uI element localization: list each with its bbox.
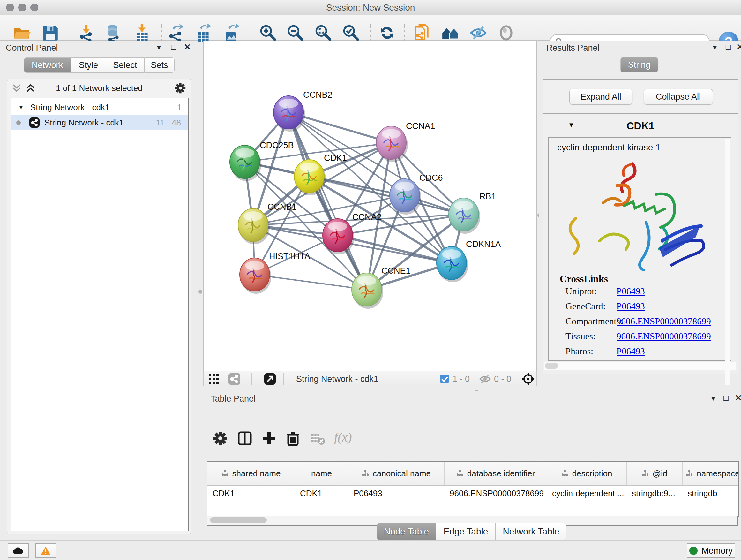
panel-close-icon[interactable]: ✕ bbox=[737, 41, 741, 53]
table-cell[interactable]: stringdb:9... bbox=[627, 486, 683, 502]
panel-float-icon[interactable]: □ bbox=[171, 41, 176, 53]
table-row[interactable]: CDK1CDK1P064939606.ENSP00000378699cyclin… bbox=[207, 486, 738, 502]
table-cell[interactable]: CDK1 bbox=[207, 486, 295, 502]
selected-checkbox-icon[interactable] bbox=[440, 374, 449, 384]
column-header-database-identifier[interactable]: database identifier bbox=[445, 462, 547, 485]
tab-edge-table[interactable]: Edge Table bbox=[436, 523, 495, 540]
import-database-icon[interactable] bbox=[104, 23, 122, 42]
panel-float-icon[interactable]: □ bbox=[726, 41, 731, 53]
add-column-icon[interactable] bbox=[262, 431, 276, 446]
edge-HIST1H1A-CCNE1[interactable] bbox=[255, 274, 367, 290]
network-selection-status: 1 of 1 Network selected bbox=[7, 83, 191, 93]
tab-network-table[interactable]: Network Table bbox=[495, 523, 566, 540]
node-HIST1H1A[interactable]: HIST1H1A bbox=[240, 252, 310, 294]
network-column-icon bbox=[642, 469, 649, 479]
crosslink-link[interactable]: 9606.ENSP00000378699 bbox=[616, 316, 711, 327]
protein-structure-image bbox=[553, 154, 728, 271]
crosslink-link[interactable]: P06493 bbox=[616, 286, 645, 297]
gene-header-row[interactable]: ▼ CDK1 bbox=[543, 114, 738, 137]
tree-expand-icon[interactable]: ▼ bbox=[18, 104, 24, 111]
scrollbar-thumb[interactable] bbox=[210, 517, 267, 523]
network-graph: CCNB2CCNA1CDC25BCDK1CDC6RB1CCNB1CCNA2CDK… bbox=[204, 41, 536, 371]
string-import-icon[interactable] bbox=[413, 23, 431, 42]
crosslink-link[interactable]: P06493 bbox=[616, 301, 645, 312]
table-cell[interactable]: CDK1 bbox=[295, 486, 348, 502]
column-header-name[interactable]: name bbox=[295, 462, 348, 485]
import-network-icon[interactable] bbox=[77, 23, 96, 42]
panel-collapse-icon[interactable]: ▼ bbox=[156, 41, 162, 54]
memory-button[interactable]: Memory bbox=[687, 543, 735, 558]
tab-sets[interactable]: Sets bbox=[144, 57, 175, 73]
collapse-all-button[interactable]: Collapse All bbox=[644, 89, 713, 105]
crosslink-label: Tissues: bbox=[565, 331, 596, 341]
hide-glass-icon[interactable] bbox=[469, 23, 488, 42]
zoom-in-icon[interactable] bbox=[259, 23, 277, 42]
crosslink-row: GeneCard:P06493 bbox=[565, 301, 725, 316]
node-CDKN1A[interactable]: CDKN1A bbox=[436, 240, 501, 282]
zoom-out-icon[interactable] bbox=[286, 23, 305, 42]
scrollbar-thumb[interactable] bbox=[545, 363, 558, 369]
column-header-namespace[interactable]: namespace bbox=[683, 462, 739, 485]
tab-string[interactable]: String bbox=[620, 57, 658, 72]
string-home-icon[interactable] bbox=[441, 23, 460, 42]
zoom-fit-icon[interactable] bbox=[314, 23, 333, 42]
panel-float-icon[interactable]: □ bbox=[724, 391, 729, 404]
crosshair-icon[interactable] bbox=[522, 372, 535, 386]
node-label-CDC6: CDC6 bbox=[419, 173, 443, 183]
zoom-selected-icon[interactable] bbox=[342, 23, 360, 42]
table-cell[interactable]: stringdb bbox=[683, 486, 739, 502]
string-view-icon[interactable] bbox=[228, 373, 241, 385]
table-cell[interactable]: 9606.ENSP00000378699 bbox=[445, 486, 547, 502]
node-CCNA1[interactable]: CCNA1 bbox=[376, 121, 435, 162]
panel-close-icon[interactable]: ✕ bbox=[184, 41, 191, 53]
tab-style[interactable]: Style bbox=[71, 57, 106, 73]
show-glass-icon[interactable] bbox=[497, 23, 515, 42]
crosslink-link[interactable]: P06493 bbox=[616, 346, 645, 357]
refresh-icon[interactable] bbox=[378, 23, 396, 42]
gear-icon[interactable] bbox=[175, 82, 186, 94]
table-options-gear-icon[interactable] bbox=[213, 431, 227, 446]
export-table-icon[interactable] bbox=[194, 23, 212, 42]
node-CDC6[interactable]: CDC6 bbox=[390, 173, 443, 214]
warnings-button[interactable] bbox=[35, 543, 56, 558]
import-table-icon[interactable] bbox=[133, 23, 151, 42]
panel-collapse-icon[interactable]: ▼ bbox=[710, 392, 717, 405]
save-session-icon[interactable] bbox=[41, 23, 60, 42]
delete-column-icon[interactable] bbox=[286, 431, 300, 446]
toolbar-separator bbox=[161, 24, 162, 42]
export-network-icon[interactable] bbox=[166, 23, 185, 42]
cloud-button[interactable] bbox=[8, 543, 29, 558]
column-header-description[interactable]: description bbox=[547, 462, 627, 485]
column-header-canonical-name[interactable]: canonical name bbox=[348, 462, 445, 485]
detach-view-icon[interactable] bbox=[264, 373, 276, 385]
column-label: namespace bbox=[697, 469, 739, 479]
network-collection-row[interactable]: ▼ String Network - cdk1 1 bbox=[11, 100, 188, 115]
expand-all-button[interactable]: Expand All bbox=[569, 89, 632, 105]
network-canvas[interactable]: CCNB2CCNA1CDC25BCDK1CDC6RB1CCNB1CCNA2CDK… bbox=[203, 41, 537, 371]
network-column-icon bbox=[686, 469, 693, 479]
column-header-shared-name[interactable]: shared name bbox=[207, 462, 295, 485]
table-cell[interactable]: P06493 bbox=[348, 486, 445, 502]
panel-close-icon[interactable]: ✕ bbox=[735, 391, 741, 404]
node-CCNE1[interactable]: CCNE1 bbox=[352, 266, 411, 309]
birds-eye-view-icon[interactable] bbox=[208, 373, 220, 385]
panel-collapse-icon[interactable]: ▼ bbox=[712, 41, 718, 54]
crosslink-link[interactable]: 9606.ENSP00000378699 bbox=[616, 331, 711, 341]
node-label-CCNB2: CCNB2 bbox=[303, 90, 333, 100]
results-vertical-scrollbar[interactable] bbox=[725, 138, 730, 385]
column-header-@id[interactable]: @id bbox=[627, 462, 683, 485]
export-image-icon[interactable] bbox=[222, 23, 240, 42]
crosslink-label: Pharos: bbox=[565, 346, 593, 356]
tab-node-table[interactable]: Node Table bbox=[377, 523, 436, 540]
splitter-grip[interactable] bbox=[199, 290, 202, 294]
open-session-icon[interactable] bbox=[12, 23, 31, 42]
node-RB1[interactable]: RB1 bbox=[449, 192, 496, 234]
results-horizontal-scrollbar[interactable] bbox=[544, 362, 736, 370]
show-columns-icon[interactable] bbox=[238, 431, 252, 446]
table-cell[interactable]: cyclin-dependent ... bbox=[547, 486, 627, 502]
tab-select[interactable]: Select bbox=[106, 57, 144, 73]
network-row[interactable]: String Network - cdk1 11 48 bbox=[11, 115, 188, 130]
edge-CCNB2-CCNE1[interactable] bbox=[288, 112, 367, 290]
node-label-CDC25B: CDC25B bbox=[260, 140, 294, 150]
tab-network[interactable]: Network bbox=[24, 57, 71, 73]
